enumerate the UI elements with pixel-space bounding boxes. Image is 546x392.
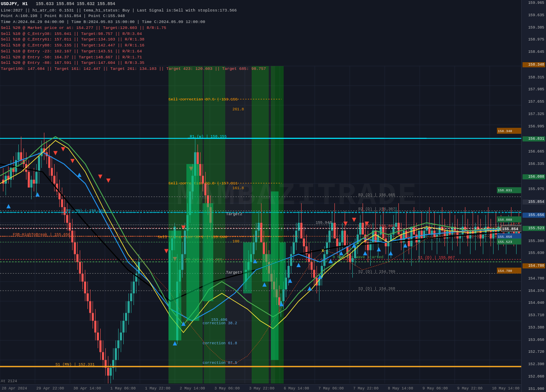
price-tick: 158.315	[523, 75, 545, 80]
time-label: 29 Apr 22:00	[36, 386, 64, 391]
price-tick: 155.854	[523, 199, 545, 205]
price-tick: 158.645	[523, 50, 545, 54]
price-tick: 153.380	[523, 326, 545, 330]
right-price-scale: 159.965159.635159.305158.975158.645158.3…	[521, 0, 546, 392]
price-tick: 153.710	[523, 313, 545, 317]
time-label: 7 May 22:00	[353, 386, 378, 391]
price-tick: 155.030	[523, 251, 545, 255]
price-tick: 151.900	[523, 387, 545, 391]
price-tick: 159.965	[523, 1, 545, 5]
price-tick: 155.360	[523, 239, 545, 243]
symbol-title: USDJPY, H1 155.633 155.854 155.632 155.8…	[1, 1, 266, 8]
price-tick: 154.040	[523, 301, 545, 305]
time-label: 10 May 14:00	[492, 386, 520, 391]
price-tick: 159.305	[523, 26, 545, 30]
price-tick: 158.975	[523, 37, 545, 42]
price-tick: 153.050	[523, 338, 545, 342]
indicator-line1: Line:2827 || h1_atr_c0: 0.1531 || tema_h…	[1, 8, 266, 14]
price-tick: 152.060	[523, 375, 545, 379]
time-label: 1 May 06:00	[110, 386, 136, 391]
price-tick: 155.523	[523, 226, 545, 231]
time-label: 2 May 14:00	[180, 386, 205, 391]
price-tick: 157.655	[523, 100, 545, 104]
price-tick: 156.335	[523, 162, 545, 166]
target-line: Target100: 147.604 || Target 161: 142.44…	[1, 66, 266, 72]
price-tick: 152.720	[523, 350, 545, 354]
price-tick: 154.370	[523, 289, 545, 293]
time-label: 9 May 06:00	[423, 386, 448, 391]
time-label: 6 May 14:00	[284, 386, 309, 391]
top-info: USDJPY, H1 155.633 155.854 155.632 155.8…	[1, 1, 266, 72]
time-label: 3 May 22:00	[249, 386, 274, 391]
price-tick: 155.975	[523, 187, 545, 191]
price-tick: 155.656	[523, 213, 545, 218]
indicator-line2: Point A:160.198 | Point B:151.854 | Poin…	[1, 13, 266, 19]
time-label: 3 May 06:00	[215, 386, 240, 391]
bottom-time-bar: 28 Apr 202429 Apr 22:0030 Apr 14:001 May…	[0, 384, 521, 392]
time-label: 8 May 14:00	[388, 386, 413, 391]
price-tick: 156.665	[523, 150, 545, 154]
price-tick: 159.635	[523, 13, 545, 17]
price-tick: 157.325	[523, 112, 545, 116]
time-label: 30 Apr 14:00	[73, 386, 101, 391]
price-tick: 152.390	[523, 362, 545, 366]
time-label: 7 May 06:00	[319, 386, 344, 391]
price-tick: 156.831	[523, 136, 545, 141]
signal-line1: Sell %20 @ Market price or at: 154.277 |…	[1, 25, 266, 31]
indicator-line3: Time A:2024.04.29 04:00:00 | Time B:2024…	[1, 19, 266, 25]
signal-line3: Sell %10 @ C_Entry61: 157.011 || Target:…	[1, 37, 266, 43]
signal-line4: Sell %10 @ C_Entry88: 159.155 || Target:…	[1, 43, 266, 49]
price-tick: 156.995	[523, 124, 545, 129]
time-label: 1 May 22:00	[145, 386, 170, 391]
signal-line2: Sell %10 @ C_Entry38: 155.041 || Target:…	[1, 31, 266, 37]
price-tick: 157.985	[523, 87, 545, 92]
time-label: 9 May 22:00	[457, 386, 482, 391]
signal-line6: Sell %20 @ Entry -50: 164.37 || Target:1…	[1, 55, 266, 61]
price-tick: 154.700	[523, 277, 545, 281]
time-label: 28 Apr 2024	[2, 386, 27, 391]
signal-line5: Sell %10 @ Entry -23: 162.167 || Target:…	[1, 49, 266, 55]
signal-line7: Sell %20 @ Entry -88: 167.591 || Target:…	[1, 60, 266, 66]
chart-container: MAMBAZITRADE USDJPY, H1 155.633 155.854 …	[0, 0, 546, 392]
price-tick: 154.780	[523, 263, 545, 268]
at-label: At 2124	[1, 379, 17, 383]
price-tick: 158.348	[523, 62, 545, 67]
price-tick: 156.088	[523, 174, 545, 179]
